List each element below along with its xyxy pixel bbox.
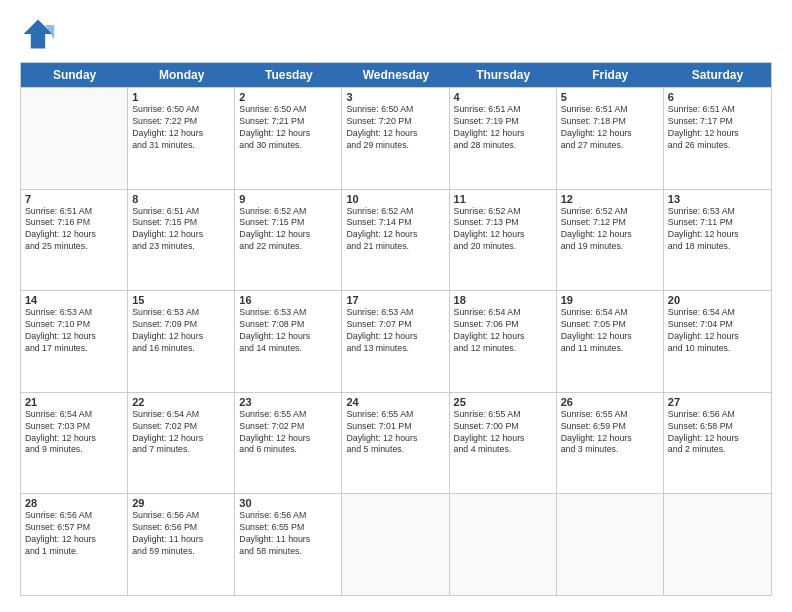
day-info: Sunrise: 6:51 AM Sunset: 7:16 PM Dayligh… bbox=[25, 206, 123, 254]
day-number: 6 bbox=[668, 91, 767, 103]
day-cell-29: 29Sunrise: 6:56 AM Sunset: 6:56 PM Dayli… bbox=[128, 494, 235, 595]
day-number: 4 bbox=[454, 91, 552, 103]
day-info: Sunrise: 6:54 AM Sunset: 7:03 PM Dayligh… bbox=[25, 409, 123, 457]
day-number: 24 bbox=[346, 396, 444, 408]
day-number: 28 bbox=[25, 497, 123, 509]
header-day-sunday: Sunday bbox=[21, 63, 128, 87]
day-info: Sunrise: 6:56 AM Sunset: 6:56 PM Dayligh… bbox=[132, 510, 230, 558]
day-info: Sunrise: 6:54 AM Sunset: 7:06 PM Dayligh… bbox=[454, 307, 552, 355]
day-cell-18: 18Sunrise: 6:54 AM Sunset: 7:06 PM Dayli… bbox=[450, 291, 557, 392]
day-number: 15 bbox=[132, 294, 230, 306]
empty-cell bbox=[664, 494, 771, 595]
day-number: 12 bbox=[561, 193, 659, 205]
day-cell-7: 7Sunrise: 6:51 AM Sunset: 7:16 PM Daylig… bbox=[21, 190, 128, 291]
day-info: Sunrise: 6:53 AM Sunset: 7:07 PM Dayligh… bbox=[346, 307, 444, 355]
day-number: 13 bbox=[668, 193, 767, 205]
day-info: Sunrise: 6:55 AM Sunset: 7:02 PM Dayligh… bbox=[239, 409, 337, 457]
day-number: 8 bbox=[132, 193, 230, 205]
day-number: 5 bbox=[561, 91, 659, 103]
day-cell-20: 20Sunrise: 6:54 AM Sunset: 7:04 PM Dayli… bbox=[664, 291, 771, 392]
day-cell-3: 3Sunrise: 6:50 AM Sunset: 7:20 PM Daylig… bbox=[342, 88, 449, 189]
day-info: Sunrise: 6:56 AM Sunset: 6:57 PM Dayligh… bbox=[25, 510, 123, 558]
calendar-header: SundayMondayTuesdayWednesdayThursdayFrid… bbox=[21, 63, 771, 87]
day-number: 16 bbox=[239, 294, 337, 306]
day-info: Sunrise: 6:50 AM Sunset: 7:20 PM Dayligh… bbox=[346, 104, 444, 152]
day-info: Sunrise: 6:52 AM Sunset: 7:13 PM Dayligh… bbox=[454, 206, 552, 254]
day-cell-14: 14Sunrise: 6:53 AM Sunset: 7:10 PM Dayli… bbox=[21, 291, 128, 392]
header-day-tuesday: Tuesday bbox=[235, 63, 342, 87]
day-number: 11 bbox=[454, 193, 552, 205]
day-number: 14 bbox=[25, 294, 123, 306]
day-info: Sunrise: 6:50 AM Sunset: 7:22 PM Dayligh… bbox=[132, 104, 230, 152]
day-number: 23 bbox=[239, 396, 337, 408]
day-cell-15: 15Sunrise: 6:53 AM Sunset: 7:09 PM Dayli… bbox=[128, 291, 235, 392]
day-cell-24: 24Sunrise: 6:55 AM Sunset: 7:01 PM Dayli… bbox=[342, 393, 449, 494]
day-cell-2: 2Sunrise: 6:50 AM Sunset: 7:21 PM Daylig… bbox=[235, 88, 342, 189]
day-number: 30 bbox=[239, 497, 337, 509]
day-number: 21 bbox=[25, 396, 123, 408]
day-info: Sunrise: 6:53 AM Sunset: 7:08 PM Dayligh… bbox=[239, 307, 337, 355]
empty-cell bbox=[557, 494, 664, 595]
empty-cell bbox=[450, 494, 557, 595]
day-info: Sunrise: 6:53 AM Sunset: 7:10 PM Dayligh… bbox=[25, 307, 123, 355]
day-cell-28: 28Sunrise: 6:56 AM Sunset: 6:57 PM Dayli… bbox=[21, 494, 128, 595]
day-cell-8: 8Sunrise: 6:51 AM Sunset: 7:15 PM Daylig… bbox=[128, 190, 235, 291]
day-info: Sunrise: 6:52 AM Sunset: 7:15 PM Dayligh… bbox=[239, 206, 337, 254]
day-info: Sunrise: 6:54 AM Sunset: 7:05 PM Dayligh… bbox=[561, 307, 659, 355]
day-cell-25: 25Sunrise: 6:55 AM Sunset: 7:00 PM Dayli… bbox=[450, 393, 557, 494]
day-cell-16: 16Sunrise: 6:53 AM Sunset: 7:08 PM Dayli… bbox=[235, 291, 342, 392]
day-cell-22: 22Sunrise: 6:54 AM Sunset: 7:02 PM Dayli… bbox=[128, 393, 235, 494]
day-info: Sunrise: 6:52 AM Sunset: 7:12 PM Dayligh… bbox=[561, 206, 659, 254]
day-number: 17 bbox=[346, 294, 444, 306]
week-row-5: 28Sunrise: 6:56 AM Sunset: 6:57 PM Dayli… bbox=[21, 493, 771, 595]
empty-cell bbox=[342, 494, 449, 595]
svg-marker-0 bbox=[24, 20, 53, 49]
day-info: Sunrise: 6:52 AM Sunset: 7:14 PM Dayligh… bbox=[346, 206, 444, 254]
week-row-2: 7Sunrise: 6:51 AM Sunset: 7:16 PM Daylig… bbox=[21, 189, 771, 291]
day-number: 1 bbox=[132, 91, 230, 103]
calendar: SundayMondayTuesdayWednesdayThursdayFrid… bbox=[20, 62, 772, 596]
day-number: 26 bbox=[561, 396, 659, 408]
day-info: Sunrise: 6:56 AM Sunset: 6:55 PM Dayligh… bbox=[239, 510, 337, 558]
header-day-wednesday: Wednesday bbox=[342, 63, 449, 87]
day-number: 25 bbox=[454, 396, 552, 408]
day-cell-19: 19Sunrise: 6:54 AM Sunset: 7:05 PM Dayli… bbox=[557, 291, 664, 392]
header-day-monday: Monday bbox=[128, 63, 235, 87]
day-cell-21: 21Sunrise: 6:54 AM Sunset: 7:03 PM Dayli… bbox=[21, 393, 128, 494]
day-number: 2 bbox=[239, 91, 337, 103]
empty-cell bbox=[21, 88, 128, 189]
day-info: Sunrise: 6:51 AM Sunset: 7:17 PM Dayligh… bbox=[668, 104, 767, 152]
day-cell-10: 10Sunrise: 6:52 AM Sunset: 7:14 PM Dayli… bbox=[342, 190, 449, 291]
day-info: Sunrise: 6:53 AM Sunset: 7:11 PM Dayligh… bbox=[668, 206, 767, 254]
day-cell-4: 4Sunrise: 6:51 AM Sunset: 7:19 PM Daylig… bbox=[450, 88, 557, 189]
day-cell-13: 13Sunrise: 6:53 AM Sunset: 7:11 PM Dayli… bbox=[664, 190, 771, 291]
day-number: 3 bbox=[346, 91, 444, 103]
day-info: Sunrise: 6:51 AM Sunset: 7:19 PM Dayligh… bbox=[454, 104, 552, 152]
page: SundayMondayTuesdayWednesdayThursdayFrid… bbox=[0, 0, 792, 612]
day-info: Sunrise: 6:53 AM Sunset: 7:09 PM Dayligh… bbox=[132, 307, 230, 355]
day-cell-12: 12Sunrise: 6:52 AM Sunset: 7:12 PM Dayli… bbox=[557, 190, 664, 291]
week-row-1: 1Sunrise: 6:50 AM Sunset: 7:22 PM Daylig… bbox=[21, 87, 771, 189]
day-cell-11: 11Sunrise: 6:52 AM Sunset: 7:13 PM Dayli… bbox=[450, 190, 557, 291]
day-cell-9: 9Sunrise: 6:52 AM Sunset: 7:15 PM Daylig… bbox=[235, 190, 342, 291]
day-info: Sunrise: 6:51 AM Sunset: 7:18 PM Dayligh… bbox=[561, 104, 659, 152]
logo-icon bbox=[20, 16, 56, 52]
day-info: Sunrise: 6:55 AM Sunset: 7:01 PM Dayligh… bbox=[346, 409, 444, 457]
day-number: 19 bbox=[561, 294, 659, 306]
header bbox=[20, 16, 772, 52]
day-info: Sunrise: 6:51 AM Sunset: 7:15 PM Dayligh… bbox=[132, 206, 230, 254]
day-info: Sunrise: 6:56 AM Sunset: 6:58 PM Dayligh… bbox=[668, 409, 767, 457]
day-number: 18 bbox=[454, 294, 552, 306]
day-number: 7 bbox=[25, 193, 123, 205]
day-cell-1: 1Sunrise: 6:50 AM Sunset: 7:22 PM Daylig… bbox=[128, 88, 235, 189]
header-day-thursday: Thursday bbox=[450, 63, 557, 87]
day-number: 20 bbox=[668, 294, 767, 306]
day-cell-26: 26Sunrise: 6:55 AM Sunset: 6:59 PM Dayli… bbox=[557, 393, 664, 494]
day-info: Sunrise: 6:55 AM Sunset: 6:59 PM Dayligh… bbox=[561, 409, 659, 457]
header-day-saturday: Saturday bbox=[664, 63, 771, 87]
day-cell-23: 23Sunrise: 6:55 AM Sunset: 7:02 PM Dayli… bbox=[235, 393, 342, 494]
day-cell-30: 30Sunrise: 6:56 AM Sunset: 6:55 PM Dayli… bbox=[235, 494, 342, 595]
day-cell-27: 27Sunrise: 6:56 AM Sunset: 6:58 PM Dayli… bbox=[664, 393, 771, 494]
day-number: 29 bbox=[132, 497, 230, 509]
week-row-4: 21Sunrise: 6:54 AM Sunset: 7:03 PM Dayli… bbox=[21, 392, 771, 494]
